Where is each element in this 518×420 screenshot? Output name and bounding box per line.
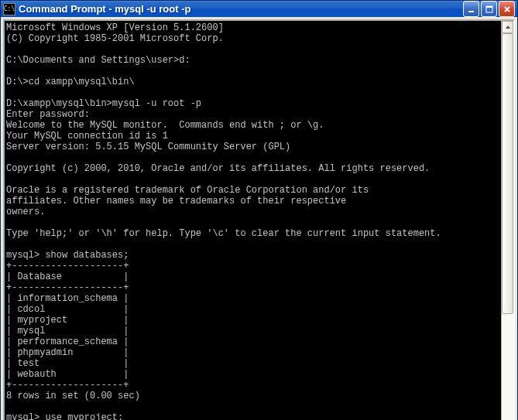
scroll-up-button[interactable]: [502, 21, 513, 33]
vertical-scrollbar[interactable]: [501, 21, 513, 420]
close-button[interactable]: [499, 1, 515, 17]
window-buttons: [463, 1, 515, 17]
console-container: Microsoft Windows XP [Version 5.1.2600] …: [3, 19, 515, 420]
chevron-up-icon: [505, 25, 511, 29]
minimize-icon: [468, 5, 475, 13]
svg-rect-2: [486, 6, 492, 8]
maximize-button[interactable]: [481, 1, 497, 17]
maximize-icon: [485, 5, 493, 13]
window-frame: C:\ Command Prompt - mysql -u root -p Mi…: [0, 0, 518, 420]
titlebar[interactable]: C:\ Command Prompt - mysql -u root -p: [1, 1, 517, 17]
scroll-track[interactable]: [502, 33, 513, 420]
scroll-thumb[interactable]: [502, 33, 513, 314]
app-icon: C:\: [3, 3, 15, 15]
console-output[interactable]: Microsoft Windows XP [Version 5.1.2600] …: [5, 21, 501, 420]
window-title: Command Prompt - mysql -u root -p: [19, 3, 463, 15]
close-icon: [503, 5, 511, 13]
svg-rect-0: [468, 11, 474, 12]
client-area: Microsoft Windows XP [Version 5.1.2600] …: [1, 17, 517, 420]
minimize-button[interactable]: [463, 1, 479, 17]
